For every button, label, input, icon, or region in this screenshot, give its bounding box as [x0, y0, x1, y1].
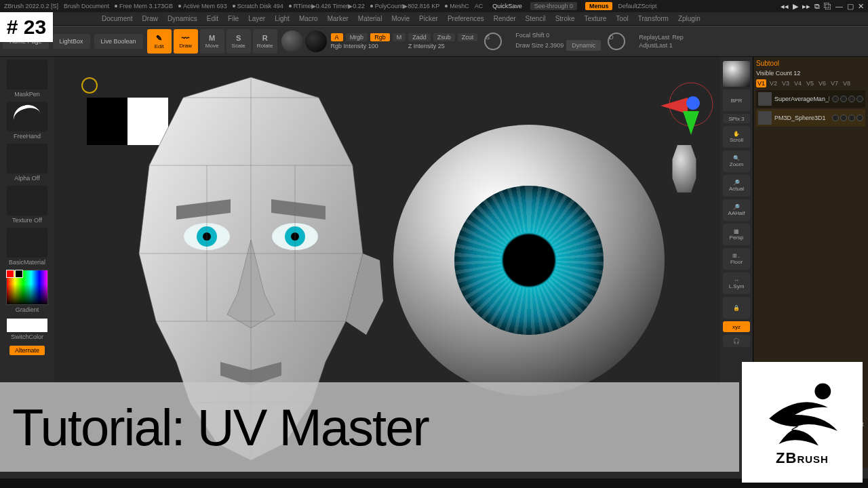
z-intensity[interactable]: Z Intensity 25 — [408, 43, 445, 49]
menu-light[interactable]: Light — [275, 15, 290, 22]
menu-macro[interactable]: Macro — [299, 15, 318, 22]
default-zscript[interactable]: DefaultZScript — [618, 3, 656, 9]
vtab-1[interactable]: V1 — [756, 79, 766, 87]
dynamic-orb-icon[interactable]: D — [608, 33, 625, 50]
play-icon[interactable]: ▶ — [793, 2, 798, 11]
subtool-item[interactable]: PM3D_Sphere3D1 — [756, 109, 865, 127]
vtab-2[interactable]: V2 — [768, 79, 778, 87]
rep-button[interactable]: Rep — [672, 34, 684, 41]
doc-name: Brush Document — [64, 3, 109, 9]
mrgb-toggle[interactable]: Mrgb — [346, 33, 368, 41]
maximize-icon[interactable]: ▢ — [847, 2, 854, 11]
xyz-button[interactable]: xyz — [723, 321, 750, 332]
menus-toggle[interactable]: Menus — [585, 2, 613, 10]
menu-layer[interactable]: Layer — [248, 15, 265, 22]
vtab-7[interactable]: V7 — [829, 79, 840, 87]
statusbar — [0, 479, 868, 488]
scroll-button[interactable]: ✋Scroll — [723, 126, 750, 148]
persp-button[interactable]: ▦Persp — [723, 224, 750, 245]
copy-icon[interactable]: ⿻ — [824, 2, 831, 10]
menu-document[interactable]: Document — [102, 15, 133, 22]
draw-size[interactable]: Draw Size 2.3909 — [515, 42, 564, 49]
visible-count[interactable]: Visible Count 12 — [756, 70, 865, 77]
subtool-item[interactable]: SuperAverageMan_low — [756, 90, 865, 108]
render-sphere[interactable] — [723, 61, 750, 87]
app-name: ZBrush 2022.0.2 [S] — [4, 3, 58, 9]
aahalf-button[interactable]: 🔎AAHalf — [723, 199, 750, 221]
next-icon[interactable]: ▸▸ — [802, 2, 810, 11]
vtab-5[interactable]: V5 — [805, 79, 815, 87]
focal-orb-icon[interactable]: S — [484, 33, 502, 50]
stroke-selector[interactable]: FreeHand — [5, 102, 50, 142]
move-mode[interactable]: MMove — [200, 29, 224, 54]
adjustlast[interactable]: AdjustLast 1 — [639, 42, 684, 49]
a-toggle[interactable]: A — [331, 33, 343, 41]
menu-transform[interactable]: Transform — [638, 15, 669, 22]
color-picker[interactable]: Gradient — [5, 270, 50, 316]
edit-mode[interactable]: ✎Edit — [147, 29, 172, 54]
zsub-toggle[interactable]: Zsub — [433, 33, 455, 41]
svg-marker-8 — [683, 111, 699, 135]
close-icon[interactable]: ✕ — [858, 2, 864, 11]
menu-render[interactable]: Render — [494, 15, 516, 22]
m-toggle[interactable]: M — [393, 33, 406, 41]
rgb-intensity[interactable]: Rgb Intensity 100 — [331, 43, 378, 49]
zadd-toggle[interactable]: Zadd — [408, 33, 431, 41]
vtab-4[interactable]: V4 — [793, 79, 803, 87]
material-selector[interactable]: BasicMaterial — [5, 228, 50, 268]
floor-button[interactable]: ⊞..Floor — [723, 248, 750, 270]
menu-draw[interactable]: Draw — [142, 15, 158, 22]
vtab-3[interactable]: V3 — [781, 79, 791, 87]
replaylast-button[interactable]: ReplayLast — [639, 34, 669, 41]
sculptris-icon[interactable] — [305, 30, 327, 52]
lightbox-button[interactable]: LightBox — [53, 34, 90, 49]
episode-number: # 23 — [0, 12, 53, 42]
minimize-icon[interactable]: — — [835, 2, 843, 10]
menu-edit[interactable]: Edit — [207, 15, 218, 22]
alpha-selector[interactable]: Alpha Off — [5, 144, 50, 184]
menu-picker[interactable]: Picker — [419, 15, 438, 22]
switch-color[interactable]: SwitchColor — [5, 317, 50, 343]
svg-point-9 — [686, 96, 700, 110]
subtool-thumb-icon — [758, 111, 772, 125]
focal-shift[interactable]: Focal Shift 0 — [515, 32, 601, 39]
menu-preferences[interactable]: Preferences — [448, 15, 484, 22]
alternate-button[interactable]: Alternate — [9, 346, 45, 355]
rgb-toggle[interactable]: Rgb — [370, 33, 390, 41]
prev-icon[interactable]: ◂◂ — [781, 2, 789, 11]
vtab-8[interactable]: V8 — [842, 79, 852, 87]
layout-icon[interactable]: ⧉ — [814, 2, 820, 11]
dynamic-toggle[interactable]: Dynamic — [566, 40, 601, 51]
menu-texture[interactable]: Texture — [585, 15, 607, 22]
liveboolean-button[interactable]: Live Boolean — [94, 34, 143, 49]
menu-marker[interactable]: Marker — [328, 15, 349, 22]
lsym-button[interactable]: ↔L.Sym — [723, 272, 750, 294]
quicksave-button[interactable]: QuickSave — [492, 3, 522, 9]
titlebar: ZBrush 2022.0.2 [S] Brush Document Free … — [0, 0, 868, 12]
menu-stroke[interactable]: Stroke — [555, 15, 575, 22]
scale-mode[interactable]: SScale — [226, 29, 251, 54]
menu-zplugin[interactable]: Zplugin — [678, 15, 701, 22]
spix[interactable]: SPix 3 — [723, 114, 750, 123]
brush-selector[interactable]: MaskPen — [5, 60, 50, 100]
menu-material[interactable]: Material — [358, 15, 382, 22]
menu-movie[interactable]: Movie — [391, 15, 410, 22]
draw-mode[interactable]: 〰Draw — [174, 29, 198, 54]
menu-stencil[interactable]: Stencil — [526, 15, 546, 22]
nav-gizmo[interactable] — [654, 77, 715, 213]
vtab-6[interactable]: V6 — [817, 79, 827, 87]
seethrough-slider[interactable]: See-through 0 — [530, 2, 577, 10]
headphone-icon[interactable]: 🎧 — [723, 335, 750, 347]
scratch-disk: Scratch Disk 494 — [233, 3, 283, 9]
zoom-button[interactable]: 🔍Zoom — [723, 150, 750, 172]
menu-dynamics[interactable]: Dynamics — [167, 15, 197, 22]
actual-button[interactable]: 🔎Actual — [723, 175, 750, 197]
rotate-mode[interactable]: RRotate — [253, 29, 277, 54]
menu-tool[interactable]: Tool — [616, 15, 628, 22]
menu-file[interactable]: File — [228, 15, 239, 22]
texture-selector[interactable]: Texture Off — [5, 186, 50, 226]
gizmo-icon[interactable] — [281, 30, 303, 52]
zcut-toggle[interactable]: Zcut — [458, 33, 478, 41]
lock-button[interactable]: 🔒 — [723, 297, 750, 319]
bpr-button[interactable]: BPR — [723, 89, 750, 111]
